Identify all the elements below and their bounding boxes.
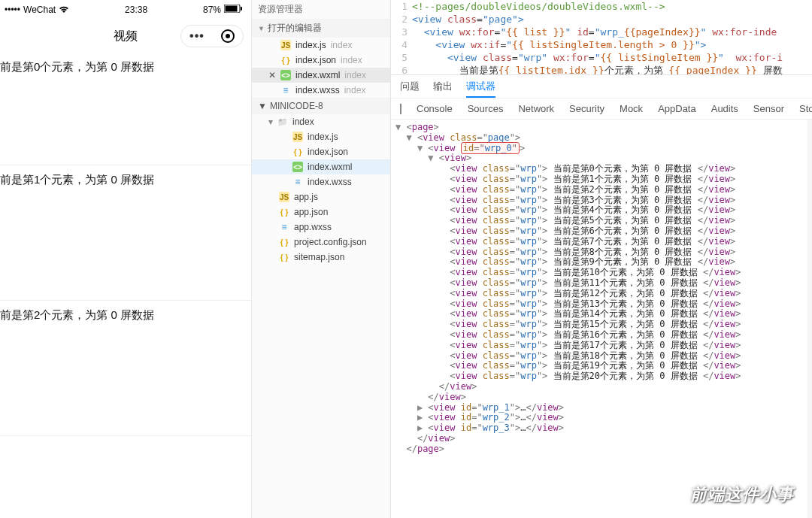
capsule-close-icon[interactable]	[221, 29, 235, 43]
svg-rect-1	[226, 6, 238, 12]
styles-sidebar[interactable]	[807, 120, 812, 518]
chevron-down-icon: ▼	[258, 101, 267, 111]
file-tree-item[interactable]: project.config.json	[252, 235, 390, 250]
tab-output[interactable]: 输出	[433, 80, 453, 93]
file-name: index.wxml	[308, 162, 352, 172]
wifi-icon	[59, 6, 69, 14]
file-name: app.js	[294, 192, 318, 202]
battery-icon	[224, 5, 242, 15]
file-tree-item[interactable]: index.json	[252, 144, 390, 159]
file-name: project.config.json	[294, 237, 367, 247]
simulator-navbar: 视频 •••	[0, 20, 251, 53]
json-file-icon	[292, 147, 303, 157]
file-name: index.wxss	[295, 85, 340, 95]
file-name: index.json	[295, 55, 336, 65]
simulator-panel: ••••• WeChat 23:38 87% 视频 ••• 前是第0个元素，为第…	[0, 0, 252, 518]
page-title: 视频	[114, 29, 138, 44]
file-name: index.wxss	[308, 177, 352, 187]
js-file-icon: JS	[280, 40, 291, 50]
capsule-menu-icon[interactable]: •••	[189, 29, 205, 43]
folder-file-icon	[277, 117, 288, 127]
list-item: 前是第0个元素，为第 0 屏数据	[0, 53, 251, 165]
tab-security[interactable]: Security	[569, 103, 604, 114]
tab-network[interactable]: Network	[518, 103, 554, 114]
file-tree-item[interactable]: app.wxss	[252, 220, 390, 235]
wxss-file-icon	[292, 177, 303, 187]
wxss-file-icon	[279, 222, 289, 232]
wxml-file-icon: <>	[280, 70, 291, 80]
tab-console[interactable]: Console	[417, 103, 453, 114]
tab-appdata[interactable]: AppData	[658, 103, 696, 114]
file-tree-item[interactable]: JS index.js	[252, 129, 390, 144]
file-dir: index	[344, 70, 366, 80]
file-tree-item[interactable]: ▾ index	[252, 114, 390, 129]
list-item: 前是第1个元素，为第 0 屏数据	[0, 165, 251, 301]
chevron-down-icon: ▼	[258, 25, 265, 32]
svg-rect-2	[241, 7, 242, 11]
explorer-panel: 资源管理器 ▼ 打开的编辑器 ✕ JS index.js index✕ inde…	[252, 0, 391, 518]
wxss-file-icon	[280, 85, 291, 95]
bottom-panel-tabs: 问题 输出 调试器	[391, 75, 812, 98]
open-editor-item[interactable]: ✕ index.wxss index	[252, 83, 390, 98]
file-name: index.wxml	[295, 70, 340, 80]
wxml-file-icon: <>	[292, 162, 303, 172]
element-picker-icon[interactable]	[400, 104, 401, 114]
tab-problems[interactable]: 问题	[400, 80, 420, 93]
devtools-tabs: Console Sources Network Security Mock Ap…	[391, 98, 812, 120]
battery-pct: 87%	[203, 5, 221, 15]
code-editor[interactable]: 123456 <!--pages/doubleVideos/doubleVide…	[391, 0, 812, 75]
js-file-icon: JS	[279, 192, 289, 202]
status-bar: ••••• WeChat 23:38 87%	[0, 0, 251, 20]
file-name: index.js	[295, 40, 326, 50]
file-dir: index	[344, 85, 366, 95]
tab-sources[interactable]: Sources	[468, 103, 504, 114]
tab-storage[interactable]: Stora	[799, 103, 812, 114]
capsule-button[interactable]: •••	[180, 25, 244, 47]
project-section[interactable]: ▼ MINICODE-8	[252, 98, 390, 114]
open-editor-item[interactable]: ✕ <> index.wxml index	[252, 68, 390, 83]
open-editors-section[interactable]: ▼ 打开的编辑器	[252, 19, 390, 38]
file-name: index.json	[308, 147, 348, 157]
file-tree-item[interactable]: index.wxss	[252, 174, 390, 189]
status-time: 23:38	[125, 5, 147, 15]
editor-debugger-panel: 123456 <!--pages/doubleVideos/doubleVide…	[391, 0, 812, 518]
file-tree-item[interactable]: <> index.wxml	[252, 159, 390, 174]
explorer-title: 资源管理器	[252, 0, 390, 19]
tab-sensor[interactable]: Sensor	[753, 103, 784, 114]
json-file-icon	[279, 207, 289, 217]
signal-icon: •••••	[5, 5, 20, 15]
file-name: index	[292, 117, 314, 127]
file-tree-item[interactable]: sitemap.json	[252, 250, 390, 265]
tab-audits[interactable]: Audits	[711, 103, 738, 114]
list-item: 前是第2个元素，为第 0 屏数据	[0, 301, 251, 436]
file-name: index.js	[308, 132, 338, 142]
dom-inspector[interactable]: ▼ <page> ▼ <view class="page"> ▼ <view i…	[391, 120, 812, 518]
file-name: sitemap.json	[294, 252, 344, 262]
file-dir: index	[331, 40, 353, 50]
tab-mock[interactable]: Mock	[620, 103, 643, 114]
file-tree-item[interactable]: app.json	[252, 204, 390, 220]
json-file-icon	[279, 252, 289, 262]
carrier-label: WeChat	[23, 5, 56, 15]
simulator-content[interactable]: 前是第0个元素，为第 0 屏数据 前是第1个元素，为第 0 屏数据 前是第2个元…	[0, 53, 251, 518]
chevron-down-icon: ▾	[268, 117, 273, 127]
file-dir: index	[341, 55, 362, 65]
json-file-icon	[279, 237, 289, 247]
file-name: app.wxss	[294, 222, 332, 232]
file-name: app.json	[294, 207, 328, 217]
open-editor-item[interactable]: ✕ index.json index	[252, 53, 390, 68]
file-tree-item[interactable]: JS app.js	[252, 189, 390, 204]
open-editor-item[interactable]: ✕ JS index.js index	[252, 38, 390, 53]
js-file-icon: JS	[292, 132, 303, 142]
close-icon[interactable]: ✕	[268, 70, 276, 80]
json-file-icon	[280, 55, 291, 65]
tab-debugger[interactable]: 调试器	[466, 80, 495, 98]
